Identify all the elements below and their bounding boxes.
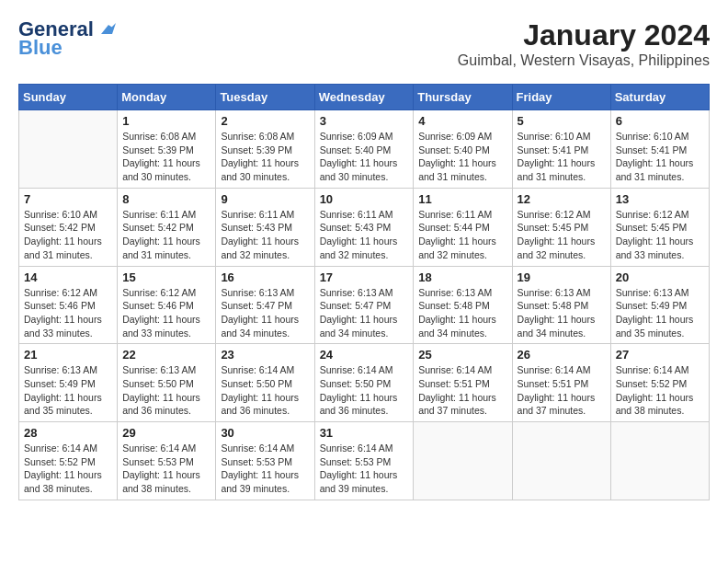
day-info: Sunrise: 6:14 AMSunset: 5:52 PMDaylight:…	[24, 442, 112, 496]
calendar-cell: 16Sunrise: 6:13 AMSunset: 5:47 PMDayligh…	[216, 266, 314, 344]
calendar-header-row: SundayMondayTuesdayWednesdayThursdayFrid…	[19, 85, 710, 110]
calendar-cell	[414, 422, 512, 500]
day-info: Sunrise: 6:13 AMSunset: 5:49 PMDaylight:…	[24, 363, 112, 418]
day-number: 6	[616, 114, 704, 128]
calendar-header-sunday: Sunday	[19, 85, 118, 110]
calendar-cell: 17Sunrise: 6:13 AMSunset: 5:47 PMDayligh…	[314, 266, 414, 344]
day-number: 12	[518, 192, 606, 206]
calendar-cell: 2Sunrise: 6:08 AMSunset: 5:39 PMDaylight…	[216, 110, 314, 189]
calendar-cell: 29Sunrise: 6:14 AMSunset: 5:53 PMDayligh…	[118, 422, 216, 500]
day-info: Sunrise: 6:09 AMSunset: 5:40 PMDaylight:…	[320, 130, 409, 184]
logo: General Blue	[18, 18, 116, 59]
day-number: 22	[122, 348, 210, 362]
title-area: January 2024 Guimbal, Western Visayas, P…	[458, 18, 710, 69]
day-number: 17	[320, 270, 409, 284]
calendar-header-thursday: Thursday	[414, 85, 512, 110]
day-number: 18	[418, 270, 506, 284]
day-info: Sunrise: 6:10 AMSunset: 5:41 PMDaylight:…	[518, 130, 606, 184]
day-info: Sunrise: 6:14 AMSunset: 5:53 PMDaylight:…	[221, 442, 309, 496]
logo-bird-icon	[96, 21, 116, 38]
day-number: 26	[518, 348, 606, 362]
day-number: 28	[24, 426, 112, 440]
day-number: 16	[221, 270, 309, 284]
calendar-cell: 21Sunrise: 6:13 AMSunset: 5:49 PMDayligh…	[19, 344, 118, 422]
calendar-header-tuesday: Tuesday	[216, 85, 314, 110]
day-number: 20	[616, 270, 704, 284]
calendar-header-friday: Friday	[512, 85, 610, 110]
day-number: 1	[122, 114, 210, 128]
calendar-cell	[19, 110, 118, 189]
calendar-cell	[512, 422, 610, 500]
calendar-cell: 12Sunrise: 6:12 AMSunset: 5:45 PMDayligh…	[512, 188, 610, 266]
calendar-week-row: 28Sunrise: 6:14 AMSunset: 5:52 PMDayligh…	[19, 422, 710, 500]
day-number: 14	[24, 270, 112, 284]
calendar-cell: 18Sunrise: 6:13 AMSunset: 5:48 PMDayligh…	[414, 266, 512, 344]
calendar-cell: 10Sunrise: 6:11 AMSunset: 5:43 PMDayligh…	[314, 188, 414, 266]
day-number: 30	[221, 426, 309, 440]
day-info: Sunrise: 6:13 AMSunset: 5:47 PMDaylight:…	[320, 286, 409, 340]
day-number: 21	[24, 348, 112, 362]
day-number: 8	[122, 192, 210, 206]
day-number: 11	[418, 192, 506, 206]
calendar-cell: 11Sunrise: 6:11 AMSunset: 5:44 PMDayligh…	[414, 188, 512, 266]
logo-blue: Blue	[18, 37, 116, 59]
calendar-header-saturday: Saturday	[610, 85, 709, 110]
day-number: 7	[24, 192, 112, 206]
calendar-cell: 8Sunrise: 6:11 AMSunset: 5:42 PMDaylight…	[118, 188, 216, 266]
calendar-cell: 6Sunrise: 6:10 AMSunset: 5:41 PMDaylight…	[610, 110, 709, 189]
calendar-cell: 1Sunrise: 6:08 AMSunset: 5:39 PMDaylight…	[118, 110, 216, 189]
day-number: 3	[320, 114, 409, 128]
calendar: SundayMondayTuesdayWednesdayThursdayFrid…	[18, 84, 710, 500]
calendar-cell: 19Sunrise: 6:13 AMSunset: 5:48 PMDayligh…	[512, 266, 610, 344]
day-info: Sunrise: 6:08 AMSunset: 5:39 PMDaylight:…	[221, 130, 309, 184]
day-number: 25	[418, 348, 506, 362]
day-info: Sunrise: 6:14 AMSunset: 5:52 PMDaylight:…	[616, 363, 704, 418]
calendar-cell: 3Sunrise: 6:09 AMSunset: 5:40 PMDaylight…	[314, 110, 414, 189]
day-number: 24	[320, 348, 409, 362]
day-info: Sunrise: 6:11 AMSunset: 5:43 PMDaylight:…	[320, 208, 409, 262]
day-info: Sunrise: 6:13 AMSunset: 5:48 PMDaylight:…	[518, 286, 606, 340]
day-info: Sunrise: 6:12 AMSunset: 5:46 PMDaylight:…	[122, 286, 210, 340]
page-subtitle: Guimbal, Western Visayas, Philippines	[458, 52, 710, 69]
day-number: 19	[518, 270, 606, 284]
day-number: 9	[221, 192, 309, 206]
day-info: Sunrise: 6:13 AMSunset: 5:48 PMDaylight:…	[418, 286, 506, 340]
day-number: 27	[616, 348, 704, 362]
calendar-cell	[610, 422, 709, 500]
calendar-week-row: 21Sunrise: 6:13 AMSunset: 5:49 PMDayligh…	[19, 344, 710, 422]
day-number: 31	[320, 426, 409, 440]
calendar-cell: 28Sunrise: 6:14 AMSunset: 5:52 PMDayligh…	[19, 422, 118, 500]
calendar-cell: 7Sunrise: 6:10 AMSunset: 5:42 PMDaylight…	[19, 188, 118, 266]
calendar-cell: 23Sunrise: 6:14 AMSunset: 5:50 PMDayligh…	[216, 344, 314, 422]
header: General Blue January 2024 Guimbal, Weste…	[18, 18, 710, 69]
calendar-header-monday: Monday	[118, 85, 216, 110]
calendar-cell: 13Sunrise: 6:12 AMSunset: 5:45 PMDayligh…	[610, 188, 709, 266]
day-info: Sunrise: 6:14 AMSunset: 5:50 PMDaylight:…	[320, 363, 409, 418]
day-info: Sunrise: 6:12 AMSunset: 5:46 PMDaylight:…	[24, 286, 112, 340]
day-number: 10	[320, 192, 409, 206]
calendar-cell: 5Sunrise: 6:10 AMSunset: 5:41 PMDaylight…	[512, 110, 610, 189]
day-info: Sunrise: 6:09 AMSunset: 5:40 PMDaylight:…	[418, 130, 506, 184]
calendar-cell: 15Sunrise: 6:12 AMSunset: 5:46 PMDayligh…	[118, 266, 216, 344]
day-info: Sunrise: 6:14 AMSunset: 5:53 PMDaylight:…	[122, 442, 210, 496]
svg-marker-0	[101, 23, 116, 34]
day-number: 15	[122, 270, 210, 284]
day-info: Sunrise: 6:10 AMSunset: 5:41 PMDaylight:…	[616, 130, 704, 184]
day-number: 4	[418, 114, 506, 128]
calendar-cell: 20Sunrise: 6:13 AMSunset: 5:49 PMDayligh…	[610, 266, 709, 344]
day-info: Sunrise: 6:11 AMSunset: 5:42 PMDaylight:…	[122, 208, 210, 262]
day-number: 2	[221, 114, 309, 128]
day-info: Sunrise: 6:12 AMSunset: 5:45 PMDaylight:…	[616, 208, 704, 262]
calendar-cell: 25Sunrise: 6:14 AMSunset: 5:51 PMDayligh…	[414, 344, 512, 422]
calendar-header-wednesday: Wednesday	[314, 85, 414, 110]
calendar-cell: 27Sunrise: 6:14 AMSunset: 5:52 PMDayligh…	[610, 344, 709, 422]
calendar-cell: 24Sunrise: 6:14 AMSunset: 5:50 PMDayligh…	[314, 344, 414, 422]
day-info: Sunrise: 6:11 AMSunset: 5:43 PMDaylight:…	[221, 208, 309, 262]
day-info: Sunrise: 6:13 AMSunset: 5:49 PMDaylight:…	[616, 286, 704, 340]
day-info: Sunrise: 6:12 AMSunset: 5:45 PMDaylight:…	[518, 208, 606, 262]
day-info: Sunrise: 6:10 AMSunset: 5:42 PMDaylight:…	[24, 208, 112, 262]
day-info: Sunrise: 6:14 AMSunset: 5:51 PMDaylight:…	[418, 363, 506, 418]
page-title: January 2024	[458, 18, 710, 52]
calendar-cell: 31Sunrise: 6:14 AMSunset: 5:53 PMDayligh…	[314, 422, 414, 500]
day-info: Sunrise: 6:14 AMSunset: 5:50 PMDaylight:…	[221, 363, 309, 418]
